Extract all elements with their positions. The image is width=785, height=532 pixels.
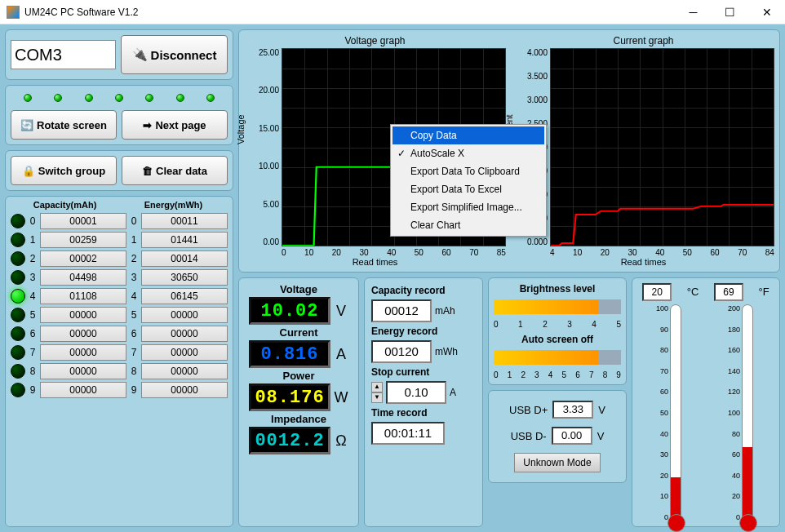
thermo-celsius: 1009080706050403020100 <box>645 304 694 521</box>
switch-group-button[interactable]: 🔒 Switch group <box>11 156 117 185</box>
status-led <box>54 94 62 102</box>
group-led[interactable] <box>11 364 25 379</box>
group-row: 2 00002 2 00014 <box>11 250 228 267</box>
energy-value[interactable]: 00000 <box>141 326 228 342</box>
power-label: Power <box>244 370 353 382</box>
status-led <box>24 94 32 102</box>
status-led <box>145 94 153 102</box>
record-panel: Capacity record 00012mAh Energy record 0… <box>364 277 483 527</box>
group-row: 6 00000 6 00000 <box>11 326 228 342</box>
stop-current-spinner[interactable]: ▲▼ <box>371 382 383 403</box>
group-row: 9 00000 9 00000 <box>11 382 228 398</box>
group-row: 5 00000 5 00000 <box>11 307 228 323</box>
status-led <box>176 94 184 102</box>
current-graph-title: Current graph <box>512 35 774 48</box>
group-led[interactable] <box>11 308 25 322</box>
energy-value[interactable]: 00000 <box>141 307 228 323</box>
usb-dm-value: 0.00 <box>552 427 592 445</box>
capacity-value[interactable]: 04498 <box>40 269 126 286</box>
usb-mode-button[interactable]: Unknown Mode <box>514 453 600 472</box>
current-graph[interactable]: Current graph Current 4.0003.5003.0002.5… <box>512 35 774 267</box>
group-row: 1 00259 1 01441 <box>11 232 228 248</box>
thermo-fahrenheit: 200180160140120100806040200 <box>717 304 766 521</box>
energy-value[interactable]: 00014 <box>141 250 228 267</box>
group-led[interactable] <box>11 326 25 341</box>
energy-value[interactable]: 00011 <box>141 213 228 229</box>
voltage-value: 10.02 <box>249 297 330 325</box>
capacity-value[interactable]: 01108 <box>40 288 126 304</box>
brightness-slider[interactable] <box>494 299 621 314</box>
context-menu-item[interactable]: Export Simplified Image... <box>392 198 544 216</box>
context-menu-item[interactable]: Export Data To Excel <box>392 180 544 198</box>
voltage-label: Voltage <box>244 283 353 295</box>
current-xlabel: Read times <box>512 257 774 267</box>
titlebar: UM24C PC Software V1.2 ─ ☐ ✕ <box>0 0 785 24</box>
led-strip <box>11 91 228 105</box>
chart-context-menu[interactable]: Copy Data✓AutoScale XExport Data To Clip… <box>390 124 547 237</box>
capacity-value[interactable]: 00001 <box>40 213 126 229</box>
group-row: 0 00001 0 00011 <box>11 213 228 229</box>
power-value: 08.176 <box>249 383 330 411</box>
app-icon <box>7 6 20 19</box>
lock-icon: 🔒 <box>22 165 35 177</box>
status-led <box>206 94 215 102</box>
next-page-button[interactable]: ➡ Next page <box>122 110 228 140</box>
capacity-value[interactable]: 00000 <box>40 382 126 398</box>
capacity-value[interactable]: 00259 <box>40 232 126 248</box>
auto-off-slider[interactable] <box>494 350 621 365</box>
impedance-value: 0012.2 <box>249 427 330 454</box>
time-record-label: Time record <box>371 407 476 419</box>
energy-value[interactable]: 00000 <box>141 382 228 398</box>
status-led <box>85 94 93 102</box>
group-led[interactable] <box>11 233 25 247</box>
auto-off-label: Auto screen off <box>494 334 621 345</box>
capacity-value[interactable]: 00000 <box>40 307 126 323</box>
maximize-button[interactable]: ☐ <box>712 0 748 24</box>
capacity-value[interactable]: 00000 <box>40 344 126 361</box>
context-menu-item[interactable]: Clear Chart <box>392 216 544 234</box>
temp-c-value: 20 <box>642 283 672 301</box>
spin-up-icon[interactable]: ▲ <box>371 382 383 392</box>
voltage-graph-title: Voltage graph <box>244 35 506 48</box>
arrow-right-icon: ➡ <box>143 119 152 131</box>
group-led[interactable] <box>11 270 25 285</box>
energy-value[interactable]: 06145 <box>141 288 228 304</box>
capacity-header: Capacity(mAh) <box>11 200 119 210</box>
spin-down-icon[interactable]: ▼ <box>371 392 383 403</box>
impedance-label: Impedance <box>244 413 353 425</box>
context-menu-item[interactable]: Copy Data <box>392 126 544 144</box>
stop-current-label: Stop current <box>371 366 476 378</box>
rotate-icon: 🔄 <box>20 119 33 131</box>
group-led[interactable] <box>11 383 25 397</box>
energy-value[interactable]: 00000 <box>141 344 228 361</box>
group-led[interactable] <box>11 251 25 266</box>
energy-value[interactable]: 01441 <box>141 232 228 248</box>
capacity-value[interactable]: 00002 <box>40 250 126 267</box>
context-menu-item[interactable]: ✓AutoScale X <box>392 144 544 162</box>
current-value: 0.816 <box>249 340 330 368</box>
rotate-screen-button[interactable]: 🔄 Rotate screen <box>11 110 117 140</box>
group-led[interactable] <box>11 345 25 360</box>
energy-header: Energy(mWh) <box>119 200 228 210</box>
voltage-xlabel: Read times <box>244 257 506 267</box>
group-led[interactable] <box>11 214 25 228</box>
time-record-value: 00:01:11 <box>371 422 445 445</box>
com-port-select[interactable] <box>11 40 116 69</box>
current-label: Current <box>244 326 353 339</box>
context-menu-item[interactable]: Export Data To Clipboard <box>392 162 544 180</box>
energy-value[interactable]: 00000 <box>141 363 228 379</box>
stop-current-value[interactable]: 0.10 <box>386 381 446 404</box>
capacity-value[interactable]: 00000 <box>40 326 126 342</box>
usb-dp-value: 3.33 <box>552 401 593 419</box>
group-row: 7 00000 7 00000 <box>11 344 228 361</box>
group-led[interactable] <box>11 289 25 304</box>
minimize-button[interactable]: ─ <box>675 0 712 24</box>
capacity-value[interactable]: 00000 <box>40 363 126 379</box>
energy-value[interactable]: 30650 <box>141 269 228 286</box>
disconnect-button[interactable]: 🔌 Disconnect <box>121 35 228 74</box>
voltage-ylabel: Voltage <box>236 114 246 144</box>
clear-data-button[interactable]: 🗑 Clear data <box>122 156 228 185</box>
close-button[interactable]: ✕ <box>748 0 785 24</box>
energy-record-label: Energy record <box>371 326 476 337</box>
capacity-record-label: Capacity record <box>371 285 476 296</box>
